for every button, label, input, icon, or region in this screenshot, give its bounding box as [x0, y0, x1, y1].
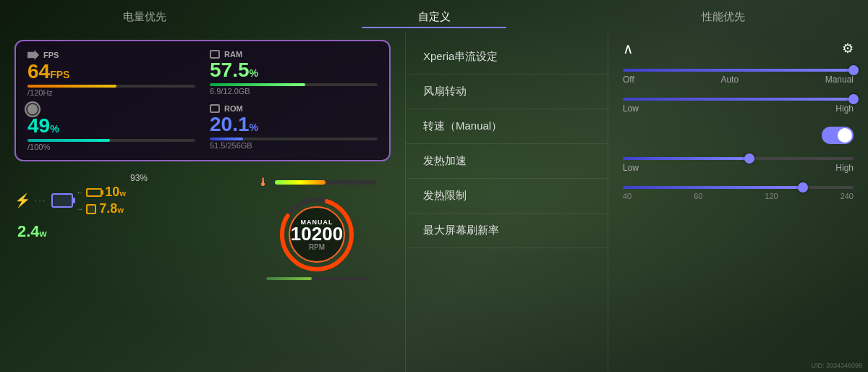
rpm-text: MANUAL 10200 RPM — [277, 195, 357, 274]
ram-label: RAM — [224, 50, 242, 59]
rom-sub: 51.5/256GB — [210, 141, 378, 150]
ram-header: RAM — [210, 50, 378, 59]
brightness-stat: 49% /100% — [27, 104, 195, 151]
rom-stat: ROM 20.1% 51.5/256GB — [210, 104, 378, 151]
rom-value: 20.1% — [210, 114, 378, 135]
heat-toggle[interactable] — [822, 127, 854, 144]
speed-slider-thumb[interactable] — [848, 94, 859, 104]
brightness-value: 49% — [27, 116, 195, 136]
bottom-uid: UID: 3034346098 — [811, 362, 862, 369]
brightness-icon — [27, 104, 38, 114]
temp-bar-fill — [275, 180, 326, 185]
fan-slider-section: Off Auto Manual — [623, 69, 854, 85]
ram-stat: RAM 57.5% 6.9/12.0GB — [210, 50, 378, 97]
speed-slider-fill — [623, 98, 854, 101]
fan-slider-labels: Off Auto Manual — [623, 75, 854, 85]
fan-label-auto: Auto — [720, 75, 739, 85]
heat-limit-slider-track[interactable] — [623, 157, 854, 160]
main-content: 电量优先 自定义 性能优先 FPS 64FPS — [0, 0, 868, 372]
battery-percent-label: 93% — [130, 173, 148, 183]
refresh-slider-section: 40 60 120 240 — [623, 186, 854, 200]
total-power-display: 2.4w — [17, 222, 47, 241]
temp-bar — [275, 180, 376, 185]
speed-low-label: Low — [623, 103, 639, 114]
refresh-slider-track[interactable] — [623, 186, 854, 189]
rom-header: ROM — [210, 104, 378, 113]
left-panel: FPS 64FPS /120Hz RAM — [0, 33, 405, 372]
thermometer-icon: 🌡 — [258, 176, 269, 189]
right-panel: ∧ ⚙ Off Auto Manual — [608, 33, 868, 372]
arrow-up: ← — [76, 188, 83, 196]
fps-label: FPS — [43, 51, 59, 59]
total-power-row: ⚡ ··· ← 10w — [14, 185, 126, 216]
heat-limit-high-label: High — [835, 163, 854, 173]
fan-slider-fill — [623, 69, 854, 72]
stats-row-2: 49% /100% ROM 20.1% — [27, 104, 378, 151]
brightness-bar-fill — [27, 139, 110, 142]
left-bottom-section: 93% ⚡ ··· ← — [14, 173, 391, 289]
cpu-icon — [86, 204, 96, 214]
ram-icon — [210, 50, 220, 59]
rpm-gauge: MANUAL 10200 RPM — [277, 195, 357, 274]
menu-xperia-stream[interactable]: Xperia串流设定 — [406, 40, 608, 75]
refresh-label-120: 120 — [765, 192, 778, 200]
main-area: FPS 64FPS /120Hz RAM — [0, 33, 868, 372]
fps-value: 64FPS — [27, 62, 195, 82]
fps-icon — [27, 50, 39, 60]
temp-row: 🌡 — [258, 176, 376, 189]
brightness-header — [27, 104, 195, 114]
menu-heat-limit[interactable]: 发热限制 — [406, 179, 608, 214]
heat-limit-slider-fill — [623, 157, 749, 160]
battery-power-value: 10w — [105, 185, 126, 200]
menu-manual-speed[interactable]: 转速（Manual） — [406, 109, 608, 144]
refresh-slider-fill — [623, 186, 803, 189]
fps-bar — [27, 85, 195, 88]
brightness-sub: /100% — [27, 143, 195, 151]
refresh-slider-thumb[interactable] — [798, 182, 808, 193]
stats-box: FPS 64FPS /120Hz RAM — [14, 40, 391, 161]
cpu-row: → 7.8w — [76, 201, 126, 216]
middle-panel: Xperia串流设定 风扇转动 转速（Manual） 发热加速 发热限制 最大屏… — [405, 33, 608, 372]
bottom-progress-bar — [266, 277, 367, 280]
temp-rpm-section: 🌡 — [258, 173, 376, 280]
heat-limit-slider-section: Low High — [623, 157, 854, 173]
tab-performance[interactable]: 性能优先 — [579, 7, 868, 27]
device-total-row: 2.4w — [17, 222, 126, 241]
fps-bar-fill — [27, 85, 116, 88]
dots: ··· — [35, 197, 47, 205]
toggle-thumb — [838, 128, 852, 143]
heat-toggle-row — [623, 127, 854, 144]
speed-low-high: Low High — [623, 103, 854, 114]
ram-bar — [210, 83, 378, 86]
speed-high-label: High — [835, 103, 854, 114]
battery-icon — [86, 188, 102, 197]
refresh-label-60: 60 — [694, 192, 702, 200]
tab-bar: 电量优先 自定义 性能优先 — [0, 0, 868, 33]
heat-limit-low-label: Low — [623, 163, 639, 173]
refresh-label-240: 240 — [841, 192, 854, 200]
heat-limit-slider-thumb[interactable] — [744, 153, 754, 164]
rpm-unit: RPM — [309, 243, 325, 251]
right-header: ∧ ⚙ — [623, 40, 854, 57]
gear-icon[interactable]: ⚙ — [842, 41, 854, 56]
speed-slider-section: Low High — [623, 98, 854, 114]
device-icon — [51, 193, 73, 208]
arrow-down: → — [76, 205, 83, 213]
heat-limit-low-high: Low High — [623, 163, 854, 173]
tab-custom[interactable]: 自定义 — [289, 7, 579, 27]
menu-heat-boost[interactable]: 发热加速 — [406, 144, 608, 179]
speed-slider-track[interactable] — [623, 98, 854, 101]
fan-label-manual: Manual — [825, 75, 854, 85]
tab-power[interactable]: 电量优先 — [0, 7, 289, 27]
fan-slider-track[interactable] — [623, 69, 854, 72]
menu-fan-speed[interactable]: 风扇转动 — [406, 75, 608, 109]
rom-bar-fill — [210, 138, 243, 140]
fan-slider-thumb[interactable] — [848, 65, 859, 75]
refresh-label-40: 40 — [623, 192, 631, 200]
cpu-power-value: 7.8w — [99, 201, 124, 216]
rom-bar — [210, 138, 378, 140]
brightness-bar — [27, 139, 195, 142]
chevron-up-icon[interactable]: ∧ — [623, 40, 634, 57]
menu-refresh-rate[interactable]: 最大屏幕刷新率 — [406, 214, 608, 248]
fps-sub: /120Hz — [27, 88, 195, 97]
